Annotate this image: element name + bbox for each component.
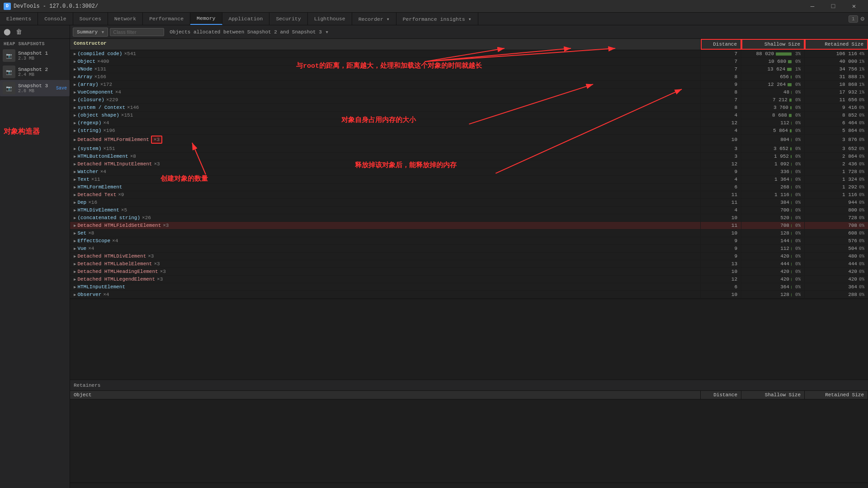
- th-shallow[interactable]: Shallow Size: [741, 39, 805, 50]
- expand-arrow[interactable]: ▶: [74, 292, 76, 297]
- table-row[interactable]: ▶ (regexp) ×4 12 112 0% 6 464 0%: [70, 119, 868, 127]
- table-row[interactable]: ▶ Object ×400 7 10 680 0% 40 000 1%: [70, 58, 868, 66]
- class-filter-input[interactable]: [110, 28, 164, 36]
- table-row[interactable]: ▶ Detached HTMLFormElement ×3 10 804 0% …: [70, 135, 868, 145]
- table-row[interactable]: ▶ (compiled code) ×541 7 88 020 3% 106 1…: [70, 50, 868, 58]
- table-row[interactable]: ▶ Watcher ×4 9 336 0% 1 728 0%: [70, 168, 868, 176]
- table-row[interactable]: ▶ HTMLInputElement 6 364 0% 364 0%: [70, 283, 868, 291]
- table-row[interactable]: ▶ Observer ×4 10 128 0% 288 0%: [70, 291, 868, 299]
- summary-tab[interactable]: Summary ▼: [73, 28, 108, 37]
- table-row[interactable]: ▶ Detached Text ×9 11 1 116 0% 1 116 0%: [70, 191, 868, 199]
- expand-arrow[interactable]: ▶: [74, 67, 76, 72]
- expand-arrow[interactable]: ▶: [74, 137, 76, 142]
- tab-security[interactable]: Security: [269, 13, 307, 25]
- expand-arrow[interactable]: ▶: [74, 177, 76, 182]
- tab-lighthouse[interactable]: Lighthouse: [308, 13, 352, 25]
- table-row[interactable]: ▶ (system) ×151 3 3 652 0% 3 652 0%: [70, 145, 868, 153]
- snapshot-item-2[interactable]: 📷 Snapshot 2 2.4 MB: [0, 64, 70, 80]
- snapshot-item-1[interactable]: 📷 Snapshot 1 2.3 MB: [0, 47, 70, 64]
- table-row[interactable]: ▶ Detached HTMLInputElement ×3 12 1 092 …: [70, 160, 868, 168]
- table-row[interactable]: ▶ Detached HTMLHeadingElement ×3 10 420 …: [70, 268, 868, 276]
- table-row[interactable]: ▶ (closure) ×229 7 7 212 0% 11 656 0%: [70, 96, 868, 104]
- record-button[interactable]: 🗑: [14, 28, 24, 37]
- save-snapshot-button[interactable]: Save: [56, 86, 67, 91]
- expand-arrow[interactable]: ▶: [74, 169, 76, 174]
- heap-table[interactable]: Constructor Distance Shallow Size Retain…: [70, 39, 868, 380]
- close-button[interactable]: ✕: [844, 0, 864, 13]
- retainers-th-retained[interactable]: Retained Size: [805, 391, 868, 399]
- expand-arrow[interactable]: ▶: [74, 231, 76, 236]
- expand-arrow[interactable]: ▶: [74, 162, 76, 167]
- retainers-th-shallow[interactable]: Shallow Size: [741, 391, 805, 399]
- expand-arrow[interactable]: ▶: [74, 285, 76, 290]
- expand-arrow[interactable]: ▶: [74, 113, 76, 118]
- expand-arrow[interactable]: ▶: [74, 269, 76, 274]
- expand-arrow[interactable]: ▶: [74, 121, 76, 126]
- expand-arrow[interactable]: ▶: [74, 98, 76, 103]
- expand-arrow[interactable]: ▶: [74, 254, 76, 259]
- table-row[interactable]: ▶ VueComponent ×4 8 48 0% 17 932 1%: [70, 89, 868, 96]
- tab-performance-insights[interactable]: Performance insights ▾: [396, 13, 478, 25]
- tab-sources[interactable]: Sources: [73, 13, 108, 25]
- table-row[interactable]: ▶ system / Context ×146 8 3 760 0% 9 416…: [70, 104, 868, 112]
- expand-arrow[interactable]: ▶: [74, 239, 76, 244]
- minimize-button[interactable]: —: [802, 0, 823, 13]
- table-row[interactable]: ▶ Dep ×16 11 384 0% 944 0%: [70, 199, 868, 206]
- expand-arrow[interactable]: ▶: [74, 262, 76, 267]
- table-row[interactable]: ▶ (array) ×172 9 12 264 0% 18 868 1%: [70, 81, 868, 89]
- expand-arrow[interactable]: ▶: [74, 146, 76, 151]
- tab-memory[interactable]: Memory: [190, 13, 222, 25]
- expand-arrow[interactable]: ▶: [74, 192, 76, 197]
- table-row[interactable]: ▶ Detached HTMLDivElement ×3 9 420 0% 48…: [70, 253, 868, 260]
- maximize-button[interactable]: □: [823, 0, 844, 13]
- expand-arrow[interactable]: ▶: [74, 223, 76, 228]
- th-retained[interactable]: Retained Size: [805, 39, 868, 50]
- table-row[interactable]: ▶ EffectScope ×4 9 144 0% 576 0%: [70, 237, 868, 245]
- table-row[interactable]: ▶ Detached HTMLLegendElement ×3 12 420 0…: [70, 276, 868, 283]
- window-controls[interactable]: — □ ✕: [802, 0, 864, 13]
- snapshot-item-3[interactable]: 📷 Snapshot 3 2.6 MB Save: [0, 80, 70, 96]
- tab-console[interactable]: Console: [38, 13, 73, 25]
- expand-arrow[interactable]: ▶: [74, 246, 76, 251]
- expand-arrow[interactable]: ▶: [74, 105, 76, 110]
- tab-application[interactable]: Application: [222, 13, 270, 25]
- tab-performance[interactable]: Performance: [143, 13, 190, 25]
- retainers-th-distance[interactable]: Distance: [701, 391, 741, 399]
- table-row[interactable]: ▶ Text ×11 4 1 364 0% 1 324 0%: [70, 176, 868, 183]
- expand-arrow[interactable]: ▶: [74, 216, 76, 221]
- expand-arrow[interactable]: ▶: [74, 52, 76, 56]
- expand-arrow[interactable]: ▶: [74, 200, 76, 205]
- expand-arrow[interactable]: ▶: [74, 82, 76, 87]
- table-row[interactable]: ▶ Detached HTMLFieldSetElement ×3 11 708…: [70, 222, 868, 230]
- table-row[interactable]: ▶ (concatenated string) ×26 10 520 0% 72…: [70, 214, 868, 222]
- row-count: ×3: [151, 136, 162, 144]
- table-row[interactable]: ▶ Vue ×4 9 112 0% 504 0%: [70, 245, 868, 253]
- table-row[interactable]: ▶ VNode ×131 7 13 624 1% 34 756 1%: [70, 66, 868, 73]
- expand-arrow[interactable]: ▶: [74, 208, 76, 213]
- expand-arrow[interactable]: ▶: [74, 59, 76, 64]
- table-row[interactable]: ▶ (object shape) ×151 4 8 688 0% 8 852 0…: [70, 112, 868, 119]
- table-row[interactable]: ▶ Set ×8 10 128 0% 608 0%: [70, 230, 868, 237]
- settings-icon[interactable]: ⚙: [861, 15, 864, 23]
- th-distance[interactable]: Distance: [701, 39, 741, 50]
- take-snapshot-button[interactable]: ⬤: [3, 28, 12, 37]
- horizontal-scrollbar[interactable]: [70, 299, 868, 304]
- table-row[interactable]: ▶ HTMLButtonElement ×8 3 1 952 0% 2 864 …: [70, 153, 868, 160]
- retainers-th-object[interactable]: Object: [70, 391, 701, 399]
- expand-arrow[interactable]: ▶: [74, 128, 76, 133]
- tab-recorder[interactable]: Recorder ▾: [352, 13, 396, 25]
- expand-arrow[interactable]: ▶: [74, 277, 76, 282]
- table-row[interactable]: ▶ Array ×166 8 656 0% 31 888 1%: [70, 73, 868, 81]
- table-row[interactable]: ▶ HTMLFormElement 6 268 0% 1 292 0%: [70, 183, 868, 191]
- table-row[interactable]: ▶ HTMLDivElement ×5 4 700 0% 800 0%: [70, 206, 868, 214]
- expand-arrow[interactable]: ▶: [74, 154, 76, 159]
- expand-arrow[interactable]: ▶: [74, 90, 76, 95]
- expand-arrow[interactable]: ▶: [74, 185, 76, 190]
- table-row[interactable]: ▶ (string) ×196 4 5 864 0% 5 864 0%: [70, 127, 868, 135]
- retainers-scrollbar[interactable]: [70, 483, 868, 488]
- tab-network[interactable]: Network: [108, 13, 143, 25]
- expand-arrow[interactable]: ▶: [74, 75, 76, 80]
- th-constructor[interactable]: Constructor: [70, 39, 701, 50]
- tab-elements[interactable]: Elements: [0, 13, 38, 25]
- table-row[interactable]: ▶ Detached HTMLLabelElement ×3 13 444 0%…: [70, 260, 868, 268]
